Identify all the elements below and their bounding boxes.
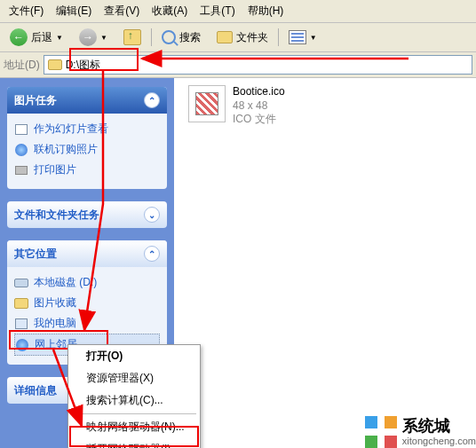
back-button[interactable]: ← 后退 ▼	[4, 26, 69, 49]
sidebar-item-localdisk[interactable]: 本地磁盘 (D:)	[14, 272, 160, 293]
ctx-search-computer[interactable]: 搜索计算机(C)...	[68, 389, 200, 412]
disk-icon	[14, 279, 28, 287]
up-button[interactable]	[117, 27, 147, 48]
panel-title: 图片任务	[14, 93, 57, 108]
menu-view[interactable]: 查看(V)	[99, 2, 145, 20]
forward-icon: →	[79, 28, 97, 46]
panel-header[interactable]: 其它位置 ⌃	[7, 240, 167, 267]
panel-title: 其它位置	[14, 247, 57, 262]
expand-icon: ⌄	[144, 207, 160, 223]
folder-icon	[217, 31, 233, 43]
search-button[interactable]: 搜索	[155, 28, 207, 48]
slideshow-icon	[15, 124, 28, 135]
panel-header[interactable]: 图片任务 ⌃	[7, 87, 167, 114]
watermark: 系统城 xitongcheng.com	[360, 414, 476, 448]
printer-icon	[15, 166, 28, 175]
task-order-prints[interactable]: 联机订购照片	[14, 139, 160, 160]
globe-icon	[15, 144, 28, 156]
menu-file[interactable]: 文件(F)	[4, 2, 49, 20]
menubar: 文件(F) 编辑(E) 查看(V) 收藏(A) 工具(T) 帮助(H)	[0, 0, 476, 23]
panel-title: 详细信息	[14, 383, 57, 398]
menu-favorites[interactable]: 收藏(A)	[147, 2, 193, 20]
collapse-icon: ⌃	[144, 246, 160, 262]
ctx-explorer[interactable]: 资源管理器(X)	[68, 367, 200, 389]
separator	[278, 28, 279, 46]
task-print[interactable]: 打印图片	[14, 160, 160, 180]
annotation-box	[69, 426, 199, 447]
collapse-icon: ⌃	[144, 92, 160, 108]
forward-button[interactable]: → ▼	[73, 26, 114, 49]
menu-edit[interactable]: 编辑(E)	[51, 2, 97, 20]
folders-label: 文件夹	[236, 30, 268, 45]
menu-tools[interactable]: 工具(T)	[194, 2, 240, 20]
chevron-down-icon: ▼	[310, 34, 317, 42]
file-dimensions: 48 x 48	[233, 99, 285, 114]
file-pane[interactable]: Bootice.ico 48 x 48 ICO 文件	[174, 78, 476, 448]
ico-icon	[195, 92, 218, 115]
ctx-open[interactable]: 打开(O)	[68, 345, 200, 367]
views-button[interactable]: ▼	[282, 28, 323, 47]
back-label: 后退	[31, 30, 52, 45]
file-metadata: Bootice.ico 48 x 48 ICO 文件	[233, 85, 285, 127]
panel-image-tasks: 图片任务 ⌃ 作为幻灯片查看 联机订购照片 打印图片	[7, 87, 167, 189]
separator	[72, 413, 196, 414]
file-thumbnail	[188, 85, 226, 122]
address-label: 地址(D)	[4, 58, 40, 73]
views-icon	[289, 30, 306, 44]
up-folder-icon	[123, 29, 141, 45]
search-icon	[162, 30, 176, 44]
folders-button[interactable]: 文件夹	[210, 28, 274, 48]
panel-title: 文件和文件夹任务	[14, 208, 99, 223]
watermark-url: xitongcheng.com	[402, 436, 476, 446]
logo-icon	[365, 416, 397, 448]
separator	[151, 28, 152, 46]
menu-help[interactable]: 帮助(H)	[242, 2, 290, 20]
panel-header[interactable]: 文件和文件夹任务 ⌄	[7, 201, 167, 228]
annotation-box	[69, 48, 139, 71]
panel-body: 作为幻灯片查看 联机订购照片 打印图片	[7, 114, 167, 189]
sidebar-item-pictures[interactable]: 图片收藏	[14, 293, 160, 313]
file-item[interactable]: Bootice.ico 48 x 48 ICO 文件	[188, 85, 285, 127]
folder-icon	[14, 298, 28, 309]
panel-file-tasks: 文件和文件夹任务 ⌄	[7, 201, 167, 228]
task-slideshow[interactable]: 作为幻灯片查看	[14, 119, 160, 139]
file-name: Bootice.ico	[233, 85, 285, 99]
watermark-brand: 系统城	[402, 418, 476, 436]
search-label: 搜索	[179, 30, 201, 45]
folder-icon	[48, 59, 62, 70]
chevron-down-icon: ▼	[100, 34, 107, 42]
file-type: ICO 文件	[233, 113, 285, 127]
chevron-down-icon: ▼	[56, 34, 63, 42]
computer-icon	[15, 318, 28, 329]
back-icon: ←	[10, 28, 28, 46]
